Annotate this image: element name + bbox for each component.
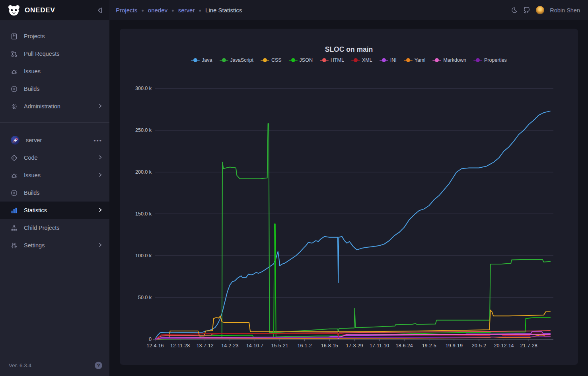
x-axis-tick-label: 16-1-2: [298, 343, 312, 349]
legend-marker: [380, 58, 388, 62]
chevron-right-icon: [98, 207, 102, 213]
breadcrumb-separator: ●: [199, 8, 201, 13]
breadcrumb: Projects ● onedev ● server ● Line Statis…: [116, 7, 511, 14]
sidebar-item-label: Issues: [24, 68, 102, 74]
legend-item-html[interactable]: HTML: [320, 57, 344, 63]
legend-marker: [404, 58, 413, 62]
legend-marker: [191, 58, 200, 62]
legend-label: XML: [362, 57, 372, 63]
app-title: ONEDEV: [25, 6, 97, 14]
sidebar-item-statistics[interactable]: Statistics: [0, 202, 109, 219]
sidebar-item-settings[interactable]: Settings: [0, 237, 109, 254]
sidebar-project-header[interactable]: server •••: [0, 131, 109, 149]
x-axis-tick-label: 17-11-10: [370, 343, 389, 349]
code-diamond-icon: [11, 155, 18, 161]
legend-item-java[interactable]: Java: [191, 57, 212, 63]
question-circle-icon[interactable]: ?: [95, 362, 102, 369]
sidebar-item-label: Projects: [24, 33, 102, 39]
y-axis-tick-label: 0: [149, 337, 152, 342]
y-axis-tick-label: 100.0 k: [135, 253, 152, 258]
x-axis-tick-label: 19-2-5: [422, 343, 436, 349]
onedev-panda-logo: [7, 4, 21, 17]
breadcrumb-onedev[interactable]: onedev: [148, 7, 167, 14]
version-label: Ver. 6.3.4: [9, 362, 95, 368]
sidebar-item-label: Child Projects: [24, 225, 102, 231]
topbar: Projects ● onedev ● server ● Line Statis…: [109, 0, 588, 20]
play-circle-icon: [11, 86, 18, 92]
chevron-right-icon: [98, 155, 102, 161]
legend-label: Java: [202, 57, 212, 63]
collapse-sidebar-icon[interactable]: [97, 7, 103, 14]
x-axis-tick-label: 18-6-24: [396, 343, 413, 349]
sidebar-item-project-builds[interactable]: Builds: [0, 184, 109, 202]
legend-item-xml[interactable]: XML: [351, 57, 372, 63]
legend-item-css[interactable]: CSS: [261, 57, 282, 63]
legend-item-markdown[interactable]: Markdown: [432, 57, 466, 63]
sidebar-item-label: Statistics: [24, 207, 98, 213]
ellipsis-icon[interactable]: •••: [93, 137, 102, 144]
legend-label: JSON: [300, 57, 313, 63]
avatar[interactable]: [536, 6, 544, 14]
breadcrumb-current-page: Line Statistics: [205, 7, 242, 14]
breadcrumb-server[interactable]: server: [178, 7, 195, 14]
moon-icon[interactable]: [511, 7, 518, 14]
y-axis-tick-label: 200.0 k: [135, 169, 152, 175]
x-axis-tick-label: 17-3-29: [346, 343, 363, 349]
legend-label: HTML: [331, 57, 344, 63]
sidebar-item-label: Administration: [24, 103, 98, 110]
breadcrumb-separator: ●: [171, 8, 174, 13]
legend-marker: [220, 58, 228, 62]
legend-label: JavaScript: [230, 57, 253, 63]
x-axis-tick-label: 21-7-28: [520, 343, 537, 349]
sidebar-item-administration[interactable]: Administration: [0, 98, 109, 115]
legend-marker: [320, 58, 329, 62]
legend-label: Properties: [484, 57, 507, 63]
legend-item-javascript[interactable]: JavaScript: [220, 57, 253, 63]
sidebar-item-code[interactable]: Code: [0, 149, 109, 166]
x-axis-tick-label: 14-2-23: [221, 343, 238, 349]
legend-label: Yaml: [415, 57, 426, 63]
sidebar-item-builds[interactable]: Builds: [0, 80, 109, 98]
pull-request-icon: [11, 51, 18, 57]
sidebar-project-nav: server ••• Code Issues Builds Statistics…: [0, 123, 109, 354]
legend-label: Markdown: [443, 57, 466, 63]
sidebar-item-label: Code: [24, 155, 98, 161]
x-axis-tick-label: 16-8-15: [321, 343, 338, 349]
sidebar-item-pull-requests[interactable]: Pull Requests: [0, 45, 109, 63]
x-axis-tick-label: 14-10-7: [246, 343, 263, 349]
sidebar-item-project-issues[interactable]: Issues: [0, 166, 109, 184]
breadcrumb-separator: ●: [141, 8, 144, 13]
play-circle-icon: [11, 190, 18, 196]
legend-item-yaml[interactable]: Yaml: [404, 57, 426, 63]
x-axis-tick-label: 12-4-16: [146, 343, 164, 349]
legend-item-ini[interactable]: INI: [380, 57, 397, 63]
rocket-avatar: [11, 136, 19, 145]
x-axis-tick-label: 12-11-28: [170, 343, 190, 349]
legend-label: INI: [390, 57, 397, 63]
legend-marker: [261, 58, 269, 62]
line-statistics-card: 050.0 k100.0 k150.0 k200.0 k250.0 k300.0…: [120, 29, 578, 365]
x-axis-tick-label: 20-12-14: [494, 343, 514, 349]
sidebar-item-issues[interactable]: Issues: [0, 63, 109, 80]
legend-marker: [289, 58, 298, 62]
chevron-right-icon: [98, 172, 102, 178]
topbar-actions: Robin Shen: [511, 6, 580, 14]
legend-item-json[interactable]: JSON: [289, 57, 313, 63]
chevron-right-icon: [98, 103, 102, 110]
legend-item-properties[interactable]: Properties: [473, 57, 507, 63]
bar-chart-icon: [11, 207, 18, 214]
sidebar-item-label: Pull Requests: [24, 51, 102, 57]
y-axis-tick-label: 300.0 k: [135, 86, 152, 91]
sidebar-item-child-projects[interactable]: Child Projects: [0, 219, 109, 237]
user-name[interactable]: Robin Shen: [550, 7, 580, 14]
breadcrumb-projects[interactable]: Projects: [116, 7, 137, 14]
sidebar-item-label: Issues: [24, 172, 98, 178]
bug-icon: [11, 68, 18, 75]
sidebar-item-projects[interactable]: Projects: [0, 27, 109, 45]
x-axis-tick-label: 15-5-21: [271, 343, 288, 349]
sidebar-item-label: Builds: [24, 190, 102, 196]
legend-marker: [473, 58, 482, 62]
github-icon[interactable]: [523, 7, 530, 14]
sidebar-header: ONEDEV: [0, 0, 109, 20]
x-axis-tick-label: 19-9-19: [446, 343, 463, 349]
